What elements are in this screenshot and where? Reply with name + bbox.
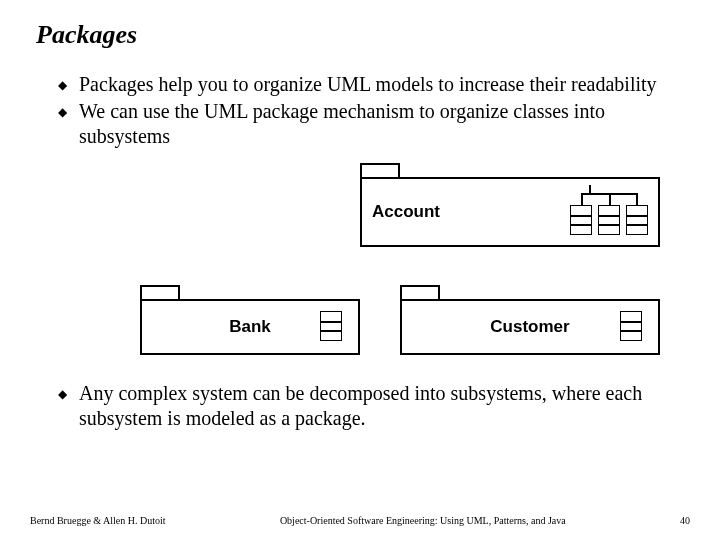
list-item: ◆ We can use the UML package mechanism t… <box>58 99 670 149</box>
package-label: Customer <box>490 317 569 337</box>
class-icon <box>626 205 648 235</box>
bullet-text: Any complex system can be decomposed int… <box>79 381 670 431</box>
connector <box>609 193 611 205</box>
uml-diagram: Account Bank Customer <box>30 163 690 373</box>
page-title: Packages <box>36 20 690 50</box>
package-tab-icon <box>400 285 440 299</box>
bullet-icon: ◆ <box>58 78 67 93</box>
bullet-icon: ◆ <box>58 105 67 120</box>
class-icon <box>598 205 620 235</box>
page-number: 40 <box>680 515 690 526</box>
connector <box>581 193 583 205</box>
connector <box>636 193 638 205</box>
bullet-icon: ◆ <box>58 387 67 402</box>
list-item: ◆ Packages help you to organize UML mode… <box>58 72 670 97</box>
bullet-text: We can use the UML package mechanism to … <box>79 99 670 149</box>
bullet-list-bottom: ◆ Any complex system can be decomposed i… <box>58 381 670 431</box>
package-label: Bank <box>229 317 271 337</box>
package-tab-icon <box>360 163 400 177</box>
footer-author: Bernd Bruegge & Allen H. Dutoit <box>30 515 166 526</box>
package-tab-icon <box>140 285 180 299</box>
class-icon <box>320 311 342 341</box>
class-icon <box>570 205 592 235</box>
footer-title: Object-Oriented Software Engineering: Us… <box>280 515 566 526</box>
footer: Bernd Bruegge & Allen H. Dutoit Object-O… <box>30 515 690 526</box>
bullet-text: Packages help you to organize UML models… <box>79 72 657 97</box>
class-icon <box>620 311 642 341</box>
connector <box>589 185 591 193</box>
bullet-list-top: ◆ Packages help you to organize UML mode… <box>58 72 670 149</box>
list-item: ◆ Any complex system can be decomposed i… <box>58 381 670 431</box>
package-label: Account <box>372 202 440 222</box>
